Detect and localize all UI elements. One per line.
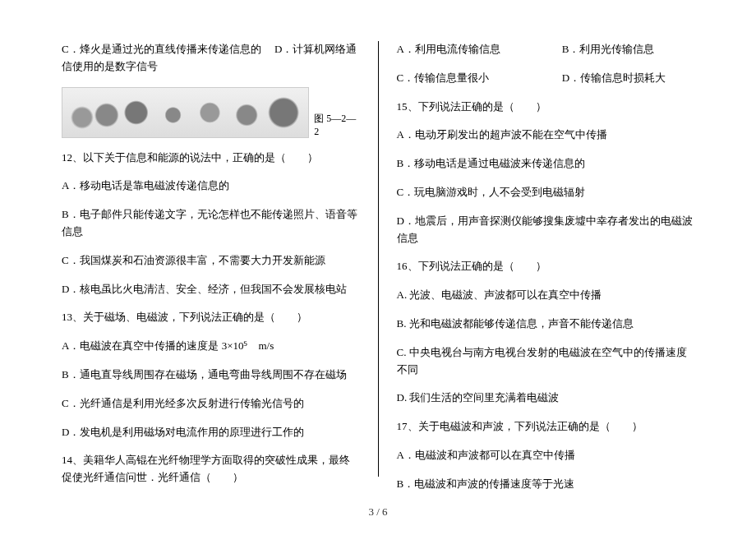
q16-option-d: D. 我们生活的空间里充满着电磁波 — [397, 390, 695, 407]
q12-option-d: D．核电虽比火电清洁、安全、经济，但我国不会发展核电站 — [62, 281, 360, 298]
figure-illustration — [62, 88, 308, 137]
q17-option-b: B．电磁波和声波的传播速度等于光速 — [397, 476, 695, 493]
figure-5-2-2 — [62, 87, 309, 138]
q15-stem: 15、下列说法正确的是（ ） — [397, 99, 695, 116]
q16-option-b: B. 光和电磁波都能够传递信息，声音不能传递信息 — [397, 316, 695, 333]
q13-stem: 13、关于磁场、电磁波，下列说法正确的是（ ） — [62, 309, 360, 326]
q17-stem: 17、关于电磁波和声波，下列说法正确的是（ ） — [397, 418, 695, 436]
q16-option-a: A. 光波、电磁波、声波都可以在真空中传播 — [397, 287, 695, 304]
q13-option-c: C．光纤通信是利用光经多次反射进行传输光信号的 — [62, 395, 360, 413]
q12-option-b: B．电子邮件只能传递文字，无论怎样也不能传递照片、语音等信息 — [62, 206, 360, 241]
q14-options-ab: A．利用电流传输信息 B．利用光传输信息 — [397, 41, 695, 58]
q14-option-c: C．传输信息量很小 — [397, 70, 529, 87]
page-number: 3 / 6 — [0, 505, 756, 519]
figure-caption: 图 5—2—2 — [314, 112, 359, 138]
q12-stem: 12、以下关于信息和能源的说法中，正确的是（ ） — [62, 150, 360, 167]
q11-options-cd: C．烽火是通过光的直线传播来传递信息的 D．计算机网络通信使用的是数字信号 — [62, 41, 360, 76]
q14-option-a: A．利用电流传输信息 — [397, 41, 529, 58]
q16-stem: 16、下列说法正确的是（ ） — [397, 258, 695, 275]
figure-wrap: 图 5—2—2 — [62, 87, 360, 138]
q11-option-c: C．烽火是通过光的直线传播来传递信息的 — [62, 43, 261, 55]
q13-option-b: B．通电直导线周围存在磁场，通电弯曲导线周围不存在磁场 — [62, 367, 360, 384]
q12-option-c: C．我国煤炭和石油资源很丰富，不需要大力开发新能源 — [62, 252, 360, 270]
q13-option-a: A．电磁波在真空中传播的速度是 3×10⁵ m/s — [62, 338, 360, 355]
q15-option-b: B．移动电话是通过电磁波来传递信息的 — [397, 155, 695, 173]
q14-stem: 14、美籍华人高锟在光纤物理学方面取得的突破性成果，最终促使光纤通信问世．光纤通… — [62, 452, 360, 487]
right-column: A．利用电流传输信息 B．利用光传输信息 C．传输信息量很小 D．传输信息时损耗… — [379, 41, 695, 477]
q14-option-d: D．传输信息时损耗大 — [562, 70, 694, 87]
page-content: C．烽火是通过光的直线传播来传递信息的 D．计算机网络通信使用的是数字信号 图 … — [0, 0, 756, 493]
q12-option-a: A．移动电话是靠电磁波传递信息的 — [62, 178, 360, 195]
q14-option-b: B．利用光传输信息 — [562, 41, 694, 58]
q16-option-c: C. 中央电视台与南方电视台发射的电磁波在空气中的传播速度不同 — [397, 344, 695, 379]
left-column: C．烽火是通过光的直线传播来传递信息的 D．计算机网络通信使用的是数字信号 图 … — [62, 41, 379, 477]
q17-option-a: A．电磁波和声波都可以在真空中传播 — [397, 447, 695, 464]
q15-option-d: D．地震后，用声音探测仪能够搜集废墟中幸存者发出的电磁波信息 — [397, 213, 695, 247]
q15-option-c: C．玩电脑游戏时，人不会受到电磁辐射 — [397, 184, 695, 201]
q15-option-a: A．电动牙刷发出的超声波不能在空气中传播 — [397, 127, 695, 144]
q14-options-cd: C．传输信息量很小 D．传输信息时损耗大 — [397, 70, 695, 87]
q13-option-d: D．发电机是利用磁场对电流作用的原理进行工作的 — [62, 424, 360, 441]
